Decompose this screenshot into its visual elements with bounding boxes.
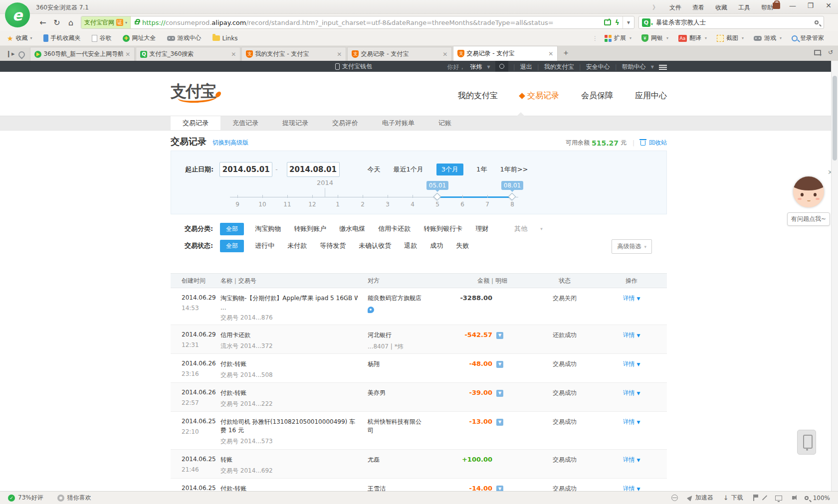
zoom-control[interactable]: 100% [805, 495, 830, 502]
tool-online-banking[interactable]: ¥ 网银▾ [641, 34, 668, 42]
tab-close-icon[interactable]: ✕ [548, 50, 553, 57]
user-dropdown-icon[interactable]: ▼ [487, 65, 490, 69]
detail-link[interactable]: 详情 ▼ [623, 418, 640, 425]
site-verify-badge[interactable]: 支付宝官网 证 ▾ [81, 16, 131, 28]
badge-dropdown-icon[interactable]: ▾ [125, 20, 127, 25]
logout-link[interactable]: 退出 [520, 63, 532, 71]
page-scrollbar[interactable] [831, 61, 838, 491]
recently-closed-icon[interactable] [814, 50, 821, 55]
network-icon[interactable] [671, 495, 678, 501]
search-icon[interactable] [815, 20, 819, 24]
switch-advanced-link[interactable]: 切换到高级版 [212, 139, 248, 147]
bookmark-site-directory[interactable]: ✚ 网址大全 [123, 34, 156, 42]
subnav-transaction-records[interactable]: 交易记录 [171, 116, 220, 130]
flag-icon[interactable] [753, 495, 754, 501]
amount-detail-dropdown-icon[interactable]: ▼ [496, 390, 503, 397]
subnav-transaction-reviews[interactable]: 交易评价 [320, 116, 370, 130]
recycle-bin-link[interactable]: 回收站 [649, 139, 667, 147]
speaker-icon[interactable] [792, 496, 795, 500]
search-input[interactable]: 暴徒杀害宗教人士 [656, 18, 815, 27]
search-engine-dropdown-icon[interactable]: ▾ [651, 22, 653, 26]
category-more-icon[interactable]: ▾ [540, 226, 543, 231]
start-date-input[interactable]: 2014.05.01 [219, 162, 272, 177]
tab-close-icon[interactable]: ✕ [337, 51, 342, 58]
tool-screenshot[interactable]: 截图▾ [717, 34, 744, 42]
tool-extensions[interactable]: 扩展▾ [605, 34, 631, 42]
alipay-logo[interactable]: 支付宝 [171, 81, 215, 103]
menu-favorites[interactable]: 收藏 [715, 3, 727, 12]
amount-detail-dropdown-icon[interactable]: ▼ [496, 361, 503, 368]
home-button[interactable]: ⌂ [64, 16, 78, 28]
site-rating[interactable]: ✓ 73%好评 [8, 494, 43, 502]
category-credit-card[interactable]: 信用卡还款 [378, 224, 411, 233]
speed-mode-icon[interactable]: ϟ [615, 18, 620, 26]
slider-end-handle[interactable] [508, 193, 516, 201]
amount-detail-dropdown-icon[interactable]: ▼ [496, 486, 503, 491]
maximize-button[interactable]: ❐ [805, 1, 816, 9]
bookmark-links-folder[interactable]: Links [212, 35, 238, 42]
accelerator-tool[interactable]: 加速器 [688, 494, 713, 502]
username-menu[interactable]: 张炜 [470, 63, 482, 71]
scrollbar-thumb[interactable] [833, 76, 837, 161]
session-restore-icon[interactable] [17, 50, 26, 59]
category-more[interactable]: 其他 [514, 224, 527, 233]
tab-transaction-records-1[interactable]: 支 交易记录 - 支付宝 ✕ [347, 47, 452, 61]
category-taobao[interactable]: 淘宝购物 [255, 224, 281, 233]
address-bar[interactable]: 支付宝官网 证 ▾ https://consumeprod.alipay.com… [81, 16, 634, 29]
subnav-e-statement[interactable]: 电子对账单 [370, 116, 426, 130]
tab-transaction-records-active[interactable]: 支 交易记录 - 支付宝 ✕ [453, 46, 558, 61]
status-in-progress[interactable]: 进行中 [255, 241, 274, 250]
help-center-link[interactable]: 帮助中心 [622, 63, 646, 71]
subnav-withdraw-records[interactable]: 提现记录 [270, 116, 320, 130]
search-engine-icon[interactable]: Q [642, 18, 650, 27]
monitor-icon[interactable] [775, 496, 782, 501]
quick-last-month[interactable]: 最近1个月 [394, 165, 423, 174]
menu-help[interactable]: 帮助 [761, 3, 773, 12]
status-unpaid[interactable]: 未付款 [287, 241, 307, 250]
subnav-recharge-records[interactable]: 充值记录 [220, 116, 270, 130]
detail-link[interactable]: 详情 ▼ [623, 456, 640, 463]
menu-view[interactable]: 查看 [692, 3, 704, 12]
security-center-link[interactable]: 安全中心 [586, 63, 610, 71]
menu-expand-icon[interactable]: 》 [652, 3, 658, 12]
category-transfer-account[interactable]: 转账到账户 [294, 224, 326, 233]
category-wealth[interactable]: 理财 [475, 224, 488, 233]
bookmark-mobile-favorites[interactable]: 手机收藏夹 [43, 34, 81, 42]
detail-link[interactable]: 详情 ▼ [623, 485, 640, 491]
amount-detail-dropdown-icon[interactable]: ▼ [496, 419, 503, 426]
quick-one-year[interactable]: 1年 [476, 165, 487, 174]
amount-detail-dropdown-icon[interactable]: ▼ [496, 332, 503, 339]
menu-tools[interactable]: 工具 [738, 3, 750, 12]
detail-link[interactable]: 详情 ▼ [623, 332, 640, 338]
new-tab-button[interactable]: ＋ [562, 48, 570, 58]
tab-close-icon[interactable]: ✕ [125, 51, 130, 58]
end-date-input[interactable]: 2014.08.01 [287, 162, 340, 177]
tab-close-icon[interactable]: ✕ [442, 51, 447, 58]
assistant-avatar[interactable] [793, 176, 824, 207]
status-unconfirmed[interactable]: 未确认收货 [359, 241, 391, 250]
assistant-bubble[interactable]: 有问题点我~ [787, 212, 830, 226]
share-icon[interactable] [604, 19, 611, 25]
detail-link[interactable]: 详情 ▼ [623, 360, 640, 367]
category-transfer-bank[interactable]: 转账到银行卡 [423, 224, 462, 233]
search-box[interactable]: Q ▾ 暴徒杀害宗教人士 [638, 16, 824, 29]
menu-file[interactable]: 文件 [669, 3, 681, 12]
tool-login-manager[interactable]: 登录管家 [792, 34, 824, 42]
nav-member-protection[interactable]: 会员保障 [581, 91, 613, 101]
advanced-filter-button[interactable]: 高级筛选 ▾ [612, 239, 652, 254]
url-text[interactable]: https://consumeprod.alipay.com/record/st… [142, 19, 604, 26]
category-all[interactable]: 全部 [220, 223, 244, 235]
status-refund[interactable]: 退款 [404, 241, 417, 250]
notification-box[interactable] [495, 61, 508, 72]
slider-start-handle[interactable] [433, 193, 441, 201]
status-awaiting-shipment[interactable]: 等待发货 [320, 241, 346, 250]
help-dropdown-icon[interactable]: ▼ [651, 65, 654, 69]
url-dropdown-icon[interactable]: ▾ [623, 16, 634, 28]
status-success[interactable]: 成功 [430, 241, 443, 250]
mobile-app-float-button[interactable] [797, 430, 816, 455]
wallet-icon[interactable] [773, 2, 780, 9]
nav-my-alipay[interactable]: 我的支付宝 [458, 91, 498, 101]
download-tool[interactable]: ↓ 下载 [723, 494, 743, 502]
tab-alipay-search[interactable]: Q 支付宝_360搜索 ✕ [136, 47, 240, 61]
my-alipay-link[interactable]: 我的支付宝 [544, 63, 574, 71]
